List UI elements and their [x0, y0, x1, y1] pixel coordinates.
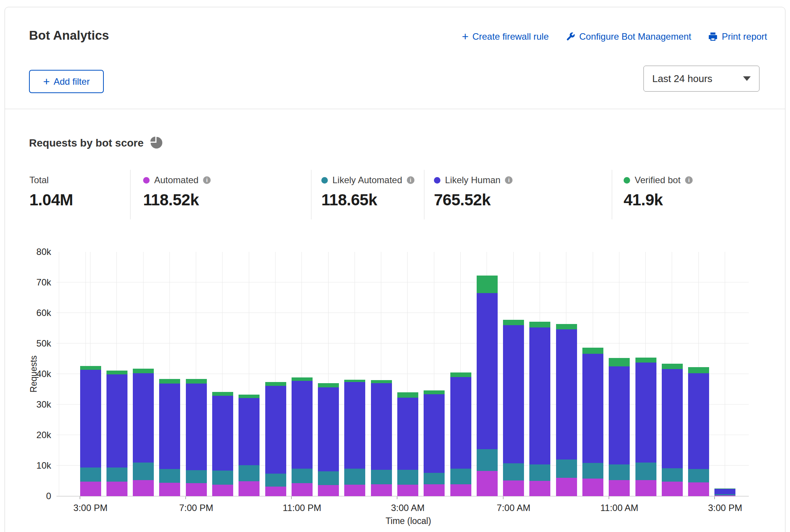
bar-segment-likely-automated: [371, 470, 392, 484]
chart-bar-6-00-pm-3[interactable]: [159, 379, 180, 496]
y-axis-tick-label: 30k: [4, 399, 51, 410]
stat-label: Automated: [154, 175, 198, 185]
bar-segment-likely-human: [477, 293, 498, 449]
info-icon[interactable]: i: [407, 176, 414, 184]
stat-label-row: Total: [29, 174, 130, 186]
stat-value: 765.52k: [434, 191, 612, 209]
add-filter-button[interactable]: + Add filter: [29, 70, 104, 93]
bar-segment-likely-automated: [239, 465, 260, 481]
bar-segment-automated: [529, 481, 550, 496]
bar-segment-likely-automated: [609, 464, 630, 480]
bar-segment-likely-human: [609, 366, 630, 464]
print-report-link[interactable]: Print report: [708, 31, 767, 42]
chart-bar-2-00-pm-23[interactable]: [688, 367, 709, 496]
chart-bar-8-00-pm-5[interactable]: [212, 392, 233, 496]
y-axis-tick-label: 20k: [4, 430, 51, 440]
chart-bar-9-00-am-18[interactable]: [556, 324, 577, 496]
bar-segment-verified-bot: [556, 324, 577, 329]
bar-segment-likely-automated: [450, 469, 471, 484]
bar-segment-automated: [582, 479, 603, 496]
x-axis-tick: [609, 497, 609, 499]
bar-segment-likely-automated: [556, 459, 577, 478]
x-axis-tick-label: 3:00 PM: [698, 503, 752, 513]
x-axis-tick-label: 3:00 AM: [381, 503, 434, 513]
chart-bar-5-00-pm-2[interactable]: [133, 369, 154, 496]
chart-bar-11-00-am-20[interactable]: [609, 358, 630, 496]
chart-bar-10-00-pm-7[interactable]: [265, 382, 286, 496]
chart-bar-1-00-am-10[interactable]: [344, 380, 365, 496]
chart-bar-3-00-pm-0[interactable]: [80, 366, 101, 496]
chart-bar-2-00-am-11[interactable]: [371, 380, 392, 496]
bar-segment-automated: [80, 482, 101, 496]
bar-segment-likely-automated: [292, 469, 313, 483]
bar-segment-automated: [477, 471, 498, 496]
bar-segment-automated: [714, 495, 735, 496]
configure-bot-management-link[interactable]: Configure Bot Management: [566, 31, 692, 42]
bar-segment-verified-bot: [477, 276, 498, 293]
section-title-row: Requests by bot score: [29, 136, 163, 150]
bar-segment-likely-human: [714, 489, 735, 494]
stat-likely-automated: Likely Automatedi118.65k: [311, 170, 424, 219]
time-range-value: Last 24 hours: [652, 73, 713, 85]
bar-segment-likely-automated: [80, 468, 101, 482]
stat-value: 118.65k: [321, 191, 424, 209]
chart-bar-1-00-pm-22[interactable]: [662, 364, 683, 496]
bar-segment-verified-bot: [582, 348, 603, 354]
bar-segment-verified-bot: [159, 379, 180, 384]
chart-bar-6-00-am-15[interactable]: [477, 276, 498, 496]
stat-value: 41.9k: [624, 191, 785, 209]
bar-segment-likely-automated: [662, 468, 683, 482]
chart-bar-9-00-pm-6[interactable]: [239, 395, 260, 496]
create-firewall-rule-link[interactable]: +Create firewall rule: [462, 31, 549, 42]
bar-segment-likely-human: [159, 384, 180, 469]
chart-bar-3-00-pm-24[interactable]: [714, 488, 735, 496]
bar-segment-likely-automated: [688, 469, 709, 482]
y-axis-tick-label: 60k: [4, 308, 51, 318]
bar-segment-automated: [609, 480, 630, 496]
bar-segment-likely-human: [662, 369, 683, 468]
bar-segment-automated: [159, 483, 180, 496]
stat-total: Total1.04M: [5, 170, 130, 219]
chart-bar-4-00-am-13[interactable]: [424, 390, 445, 496]
bar-segment-automated: [662, 482, 683, 496]
bar-segment-automated: [688, 482, 709, 496]
bar-segment-automated: [318, 485, 339, 496]
legend-dot: [434, 177, 440, 184]
bar-segment-automated: [397, 485, 418, 496]
bar-segment-likely-human: [344, 382, 365, 469]
time-range-select[interactable]: Last 24 hours: [643, 66, 759, 92]
stats-row: Total1.04MAutomatedi118.52kLikely Automa…: [5, 170, 785, 219]
chart-bar-4-00-pm-1[interactable]: [106, 371, 127, 496]
chart-bar-12-00-pm-21[interactable]: [635, 358, 656, 496]
bar-segment-automated: [239, 481, 260, 496]
bar-segment-verified-bot: [450, 372, 471, 377]
chart-bar-12-00-am-9[interactable]: [318, 383, 339, 496]
bar-segment-automated: [424, 484, 445, 496]
bar-segment-likely-human: [503, 325, 524, 463]
plot-area: [56, 252, 749, 497]
y-axis-tick-label: 0: [4, 491, 51, 501]
stat-label: Total: [29, 175, 49, 185]
bar-segment-likely-human: [265, 386, 286, 474]
chart-bar-11-00-pm-8[interactable]: [292, 377, 313, 496]
info-icon[interactable]: i: [505, 176, 513, 184]
chart-bar-3-00-am-12[interactable]: [397, 392, 418, 496]
bar-segment-likely-automated: [582, 463, 603, 479]
info-icon[interactable]: i: [685, 176, 693, 184]
bar-segment-likely-human: [635, 363, 656, 463]
bar-segment-likely-human: [688, 373, 709, 469]
bar-segment-likely-automated: [265, 474, 286, 487]
info-icon[interactable]: i: [203, 176, 211, 184]
chart-bar-10-00-am-19[interactable]: [582, 348, 603, 496]
chevron-down-icon: [743, 76, 751, 81]
bar-segment-likely-human: [318, 387, 339, 471]
x-axis-tick-label: 7:00 AM: [487, 503, 540, 513]
add-filter-label: Add filter: [53, 76, 90, 87]
chart-bar-8-00-am-17[interactable]: [529, 322, 550, 496]
chart-bar-5-00-am-14[interactable]: [450, 372, 471, 496]
bar-segment-automated: [265, 487, 286, 496]
chart-bar-7-00-am-16[interactable]: [503, 320, 524, 496]
y-axis-tick-label: 50k: [4, 338, 51, 349]
chart-bar-7-00-pm-4[interactable]: [186, 379, 207, 496]
x-axis-tick: [291, 497, 292, 499]
